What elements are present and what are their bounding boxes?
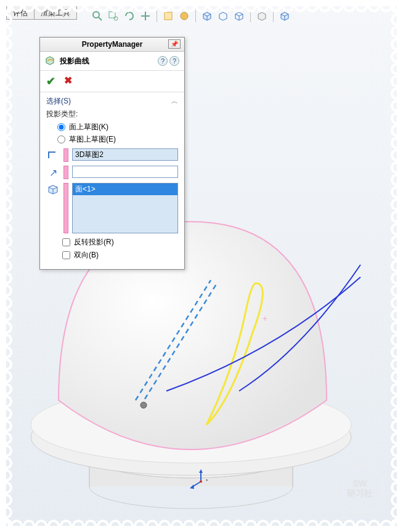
appearance-icon[interactable]	[178, 10, 190, 22]
section-title: 选择(S)	[46, 96, 71, 107]
origin-triad: *	[189, 469, 213, 494]
checkbox-reverse-row[interactable]: 反转投影(R)	[62, 237, 178, 248]
svg-point-17	[181, 12, 188, 20]
svg-text:*: *	[206, 478, 208, 484]
magnify-icon[interactable]	[91, 10, 104, 22]
panel-title: PropertyManager	[82, 40, 143, 49]
cancel-button[interactable]: ✖	[64, 75, 72, 88]
tab-render-tools[interactable]: 渲染工具	[34, 6, 77, 20]
section-selection-header[interactable]: 选择(S) ︿	[46, 96, 178, 107]
svg-rect-14	[109, 12, 115, 18]
svg-point-10	[200, 480, 202, 483]
svg-line-13	[99, 17, 102, 20]
svg-marker-9	[190, 485, 194, 489]
face-field-icon	[46, 183, 60, 196]
panel-title-bar: PropertyManager 📌	[40, 38, 184, 52]
face-selection-list[interactable]: 面<1>	[72, 183, 178, 233]
projection-type-label: 投影类型:	[46, 109, 178, 119]
checkbox-reverse[interactable]	[62, 238, 70, 246]
svg-point-5	[140, 402, 147, 408]
property-manager-panel: PropertyManager 📌 投影曲线 ? ? ✔ ✖ 选择(S) ︿ 投…	[39, 37, 185, 270]
zoom-area-icon[interactable]	[107, 10, 120, 22]
help-icon[interactable]: ?	[169, 56, 179, 66]
projected-curve-icon	[45, 55, 56, 66]
radio-sketch-on-sketch[interactable]: 草图上草图(E)	[57, 134, 178, 145]
help-detailed-icon[interactable]: ?	[158, 56, 168, 66]
pan-icon[interactable]	[139, 10, 152, 22]
section-icon[interactable]	[162, 10, 174, 22]
feature-name: 投影曲线	[60, 56, 89, 66]
display-style2-icon[interactable]	[217, 10, 229, 22]
sketch-field-icon	[46, 148, 60, 162]
radio-sketch-on-face-input[interactable]	[57, 123, 65, 131]
radio-sketch-on-sketch-input[interactable]	[57, 135, 65, 143]
face-list-item[interactable]: 面<1>	[73, 183, 177, 195]
svg-marker-7	[199, 469, 203, 473]
ok-button[interactable]: ✔	[46, 75, 55, 88]
display-style1-icon[interactable]	[201, 10, 213, 22]
menubar: 评估 渲染工具	[6, 6, 76, 20]
direction-selection-input[interactable]	[72, 166, 178, 178]
view-toolbar	[86, 6, 397, 26]
svg-rect-16	[165, 12, 172, 20]
display-pane-icon[interactable]	[279, 10, 291, 22]
direction-field-icon: ↗	[46, 166, 60, 179]
svg-text:+: +	[263, 313, 267, 323]
selection-color-bar	[63, 183, 68, 233]
svg-point-12	[93, 12, 99, 18]
sketch-selection-input[interactable]	[72, 148, 178, 161]
display-style3-icon[interactable]	[233, 10, 245, 22]
radio-sketch-on-face[interactable]: 面上草图(K)	[57, 122, 178, 132]
tab-evaluate[interactable]: 评估	[6, 6, 35, 20]
selection-color-bar	[63, 148, 68, 162]
svg-point-15	[114, 17, 118, 20]
pin-icon[interactable]: 📌	[168, 39, 181, 49]
chevron-up-icon: ︿	[171, 97, 178, 106]
hide-show-icon[interactable]	[256, 10, 268, 22]
selection-color-bar	[63, 166, 68, 179]
checkbox-bidirectional-row[interactable]: 双向(B)	[62, 250, 178, 260]
checkbox-bidirectional[interactable]	[62, 251, 70, 259]
rotate-icon[interactable]	[123, 10, 136, 22]
watermark: SW 研习社	[335, 464, 385, 514]
